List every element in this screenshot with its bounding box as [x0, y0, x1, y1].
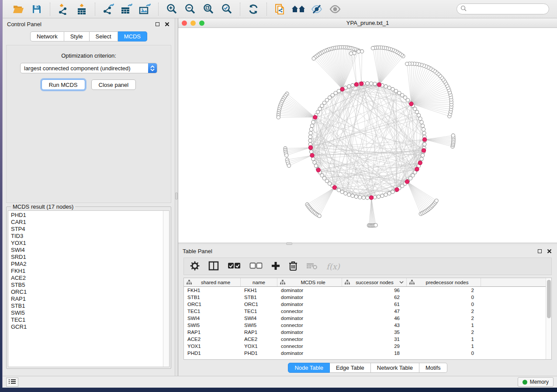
table-settings-button[interactable]	[190, 260, 200, 273]
mcds-node[interactable]	[308, 145, 312, 149]
ring-node[interactable]	[421, 124, 424, 127]
ring-node[interactable]	[384, 85, 387, 88]
function-builder-button[interactable]: f(x)	[326, 260, 340, 273]
mcds-result-item[interactable]: SWI4	[11, 247, 160, 254]
leaf-node[interactable]	[360, 50, 364, 53]
column-header-successor-nodes[interactable]: successor nodes	[342, 278, 407, 286]
network-window-titlebar[interactable]: YPA_prune.txt_1	[178, 18, 557, 28]
network-canvas[interactable]	[178, 28, 557, 243]
mcds-result-item[interactable]: GCR1	[11, 323, 160, 330]
open-folder-button[interactable]	[10, 2, 26, 17]
close-panel-button[interactable]	[163, 21, 170, 28]
column-header-shared-name[interactable]: shared name	[184, 278, 241, 286]
mcds-result-item[interactable]: STB1	[11, 303, 160, 309]
splitter-handle[interactable]	[286, 242, 292, 245]
ring-node[interactable]	[309, 150, 313, 154]
ring-node[interactable]	[316, 110, 320, 113]
first-neighbors-button[interactable]	[291, 2, 306, 17]
ring-node[interactable]	[351, 83, 354, 87]
delete-table-button[interactable]	[306, 260, 318, 273]
ring-node[interactable]	[373, 82, 377, 86]
mcds-node[interactable]	[418, 161, 422, 165]
float-table-panel-button[interactable]	[536, 248, 543, 254]
ring-node[interactable]	[391, 190, 394, 193]
table-row[interactable]: RAP1RAP1dominator352	[184, 329, 546, 336]
mcds-result-item[interactable]: FKH1	[11, 268, 160, 275]
leaf-node[interactable]	[312, 57, 315, 60]
ring-node[interactable]	[358, 196, 362, 199]
mcds-list-scrollbar[interactable]	[163, 211, 169, 367]
zoom-selected-button[interactable]	[219, 2, 235, 17]
ring-node[interactable]	[391, 87, 394, 91]
ring-node[interactable]	[422, 127, 425, 131]
mcds-result-item[interactable]: STB5	[11, 282, 160, 289]
leaf-node[interactable]	[285, 154, 288, 157]
ring-node[interactable]	[344, 192, 347, 195]
tab-mcds[interactable]: MCDS	[118, 31, 147, 41]
clone-network-button[interactable]	[272, 2, 288, 17]
mcds-result-item[interactable]: PHD1	[11, 212, 160, 219]
apply-layout-button[interactable]	[246, 2, 261, 17]
run-mcds-button[interactable]: Run MCDS	[42, 79, 85, 90]
mcds-node[interactable]	[360, 82, 363, 86]
ring-node[interactable]	[309, 127, 313, 131]
table-row[interactable]: TEC1TEC1connector472	[184, 308, 546, 315]
ring-node[interactable]	[377, 195, 381, 198]
tab-motifs[interactable]: Motifs	[419, 363, 447, 373]
deselect-all-rows-button[interactable]	[249, 260, 263, 273]
ring-node[interactable]	[351, 194, 354, 197]
ring-node[interactable]	[313, 161, 316, 164]
ring-node[interactable]	[420, 157, 423, 161]
mcds-result-item[interactable]: CAR1	[11, 219, 160, 226]
ring-node[interactable]	[370, 82, 373, 85]
ring-node[interactable]	[318, 107, 322, 110]
ring-node[interactable]	[384, 193, 387, 196]
leaf-node[interactable]	[435, 199, 438, 203]
leaf-node[interactable]	[371, 46, 374, 50]
tab-node-table[interactable]: Node Table	[288, 363, 330, 373]
table-row[interactable]: ACE2ACE2connector311	[184, 336, 546, 343]
float-panel-button[interactable]	[154, 21, 161, 28]
export-table-button[interactable]	[119, 2, 135, 17]
horizontal-splitter[interactable]	[178, 243, 557, 245]
zoom-in-button[interactable]	[164, 2, 180, 17]
mcds-result-item[interactable]: STP4	[11, 226, 160, 233]
show-columns-button[interactable]	[208, 260, 219, 273]
leaf-node[interactable]	[451, 134, 455, 137]
mcds-node[interactable]	[354, 83, 358, 86]
leaf-node[interactable]	[374, 224, 377, 227]
delete-column-button[interactable]	[289, 260, 298, 273]
mcds-node[interactable]	[405, 180, 409, 184]
table-row[interactable]: STB1STB1dominator620	[184, 294, 546, 301]
ring-node[interactable]	[310, 124, 314, 127]
mcds-result-item[interactable]: ORC1	[11, 289, 160, 296]
leaf-node[interactable]	[353, 52, 356, 55]
export-image-button[interactable]	[137, 2, 153, 17]
ring-node[interactable]	[347, 85, 351, 88]
mcds-result-item[interactable]: RAP1	[11, 296, 160, 303]
ring-node[interactable]	[419, 117, 422, 120]
mcds-node[interactable]	[377, 83, 381, 86]
memory-button[interactable]: Memory	[518, 377, 554, 387]
mcds-node[interactable]	[340, 87, 344, 91]
create-column-button[interactable]	[271, 260, 280, 273]
column-header-name[interactable]: name	[241, 278, 277, 286]
import-network-button[interactable]	[55, 2, 71, 17]
mcds-result-item[interactable]: TID3	[11, 233, 160, 240]
ring-node[interactable]	[311, 120, 315, 124]
vertical-splitter[interactable]	[175, 18, 178, 376]
show-all-button[interactable]	[327, 2, 343, 17]
column-header-MCDS-role[interactable]: MCDS role	[277, 278, 342, 286]
hide-selected-button[interactable]	[309, 2, 325, 17]
mcds-result-item[interactable]: ACE2	[11, 275, 160, 282]
select-all-rows-button[interactable]	[228, 260, 241, 273]
table-row[interactable]: YOX1YOX1connector291	[184, 343, 546, 350]
mcds-result-item[interactable]: PMA2	[11, 261, 160, 268]
ring-node[interactable]	[423, 143, 426, 146]
zoom-fit-button[interactable]	[201, 2, 216, 17]
splitter-handle[interactable]	[175, 193, 178, 199]
ring-node[interactable]	[387, 192, 391, 195]
ring-node[interactable]	[362, 196, 365, 199]
mcds-result-item[interactable]: SWI5	[11, 309, 160, 316]
close-table-panel-button[interactable]	[546, 248, 553, 254]
